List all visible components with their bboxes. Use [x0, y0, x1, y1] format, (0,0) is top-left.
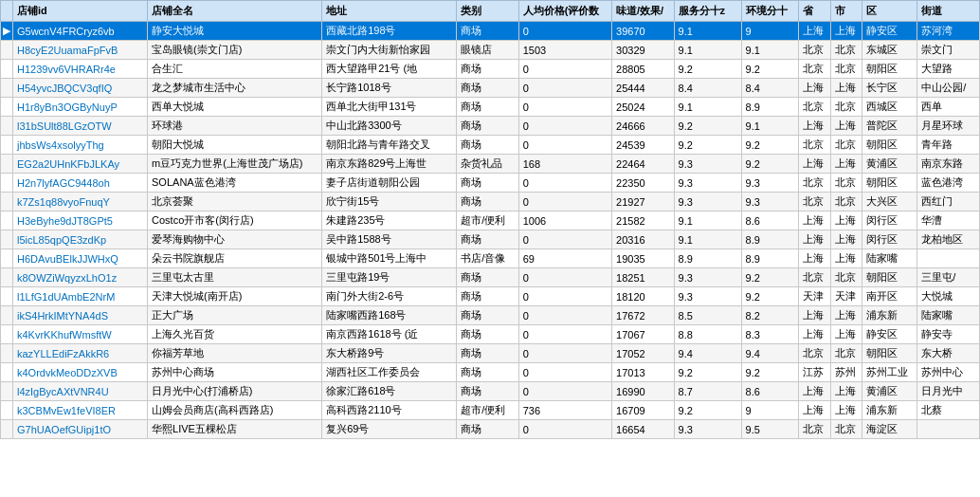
row-arrow [1, 306, 13, 325]
table-row[interactable]: H8cyE2UuamaFpFvB宝岛眼镜(崇文门店)崇文门内大街新怡家园眼镜店1… [1, 41, 980, 60]
cell-street: 南京东路 [917, 155, 980, 174]
cell-env: 9.3 [741, 174, 798, 193]
cell-id: H8cyE2UuamaFpFvB [13, 41, 148, 60]
cell-id: kazYLLEdiFzAkkR6 [13, 344, 148, 363]
table-row[interactable]: l1LfG1dUAmbE2NrM天津大悦城(南开店)南门外大街2-6号商场018… [1, 287, 980, 306]
table-row[interactable]: kazYLLEdiFzAkkR6你福芳草地东大桥路9号商场0170529.49.… [1, 344, 980, 363]
table-row[interactable]: H1r8yBn3OGByNuyP西单大悦城西单北大街甲131号商场0250249… [1, 98, 980, 117]
cell-taste: 16709 [612, 401, 675, 420]
cell-district: 浦东新 [862, 401, 917, 420]
cell-taste: 17672 [612, 306, 675, 325]
table-row[interactable]: l4zIgBycAXtVNR4U日月光中心(打浦桥店)徐家汇路618号商场016… [1, 382, 980, 401]
cell-province: 北京 [798, 420, 830, 439]
cell-avg-price: 0 [518, 306, 611, 325]
row-arrow [1, 174, 13, 193]
cell-city: 上海 [830, 22, 862, 41]
col-header-id[interactable]: 店铺id [13, 1, 148, 22]
cell-full-name: 正大广场 [148, 306, 322, 325]
table-row[interactable]: H3eByhe9dJT8GPt5Costco开市客(闵行店)朱建路235号超市/… [1, 212, 980, 230]
cell-full-name: 天津大悦城(南开店) [148, 287, 322, 306]
cell-taste: 17013 [612, 363, 675, 382]
col-header-full-name[interactable]: 店铺全名 [148, 1, 322, 22]
cell-district: 朝阳区 [862, 268, 917, 287]
cell-category: 商场 [457, 79, 519, 98]
cell-taste: 25024 [612, 98, 675, 117]
cell-city: 北京 [830, 41, 862, 60]
cell-env: 9.1 [741, 41, 798, 60]
row-arrow [1, 249, 13, 268]
cell-env: 9.5 [741, 420, 798, 439]
row-arrow [1, 420, 13, 439]
table-row[interactable]: G7hUAOefGUipj1tO华熙LIVE五棵松店复兴69号商场0166549… [1, 420, 980, 439]
cell-env: 8.9 [741, 249, 798, 268]
cell-address: 复兴69号 [322, 420, 457, 439]
table-row[interactable]: jhbsWs4xsolyyThg朝阳大悦城朝阳北路与青年路交叉商场0245399… [1, 136, 980, 155]
cell-city: 北京 [830, 174, 862, 193]
cell-province: 上海 [798, 155, 830, 174]
cell-taste: 24539 [612, 136, 675, 155]
cell-env: 8.6 [741, 212, 798, 230]
cell-taste: 28805 [612, 60, 675, 79]
cell-avg-price: 0 [518, 136, 611, 155]
cell-address: 欣宁街15号 [322, 193, 457, 212]
table-row[interactable]: k7Zs1q88vyoFnuqY北京荟聚欣宁街15号商场0219279.39.3… [1, 193, 980, 212]
table-row[interactable]: H2n7lyfAGC9448ohSOLANA蓝色港湾妻子店街道朝阳公园商场022… [1, 174, 980, 193]
table-row[interactable]: k3CBMvEw1feVI8ER山姆会员商店(高科西路店)高科西路2110号超市… [1, 401, 980, 420]
row-arrow [1, 212, 13, 230]
table-row[interactable]: EG2a2UHnKFbJLKAym豆巧克力世界(上海世茂广场店)南京东路829号… [1, 155, 980, 174]
col-header-district[interactable]: 区 [862, 1, 917, 22]
cell-avg-price: 168 [518, 155, 611, 174]
cell-district: 苏州工业 [862, 363, 917, 382]
cell-province: 北京 [798, 193, 830, 212]
col-header-avg-price[interactable]: 人均价格(评价数 [518, 1, 611, 22]
col-header-service[interactable]: 服务分十z [674, 1, 741, 22]
cell-street: 静安寺 [917, 325, 980, 344]
cell-district: 朝阳区 [862, 174, 917, 193]
table-row[interactable]: l5icL85qpQE3zdKp爱琴海购物中心吴中路1588号商场0203169… [1, 230, 980, 249]
col-header-city[interactable]: 市 [830, 1, 862, 22]
cell-street: 日月光中 [917, 382, 980, 401]
cell-district: 朝阳区 [862, 60, 917, 79]
table-row[interactable]: H1239vv6VHRARr4e合生汇西大望路甲21号 (地商场0288059.… [1, 60, 980, 79]
table-row[interactable]: k4KvrKKhufWmsftW上海久光百货南京西路1618号 (近商场0170… [1, 325, 980, 344]
cell-id: k8OWZiWqyzxLhO1z [13, 268, 148, 287]
table-row[interactable]: H54yvcJBQCV3qfIQ龙之梦城市生活中心长宁路1018号商场02544… [1, 79, 980, 98]
cell-address: 徐家汇路618号 [322, 382, 457, 401]
cell-avg-price: 1006 [518, 212, 611, 230]
table-header-row: 店铺id 店铺全名 地址 类别 人均价格(评价数 味道/效果/ 服务分十z 环境… [1, 1, 980, 22]
cell-id: G7hUAOefGUipj1tO [13, 420, 148, 439]
cell-city: 北京 [830, 268, 862, 287]
row-arrow [1, 136, 13, 155]
cell-env: 9.2 [741, 155, 798, 174]
table-row[interactable]: k4OrdvkMeoDDzXVB苏州中心商场湖西社区工作委员会商场0170139… [1, 363, 980, 382]
cell-full-name: 北京荟聚 [148, 193, 322, 212]
col-header-province[interactable]: 省 [798, 1, 830, 22]
cell-full-name: 上海久光百货 [148, 325, 322, 344]
cell-address: 朝阳北路与青年路交叉 [322, 136, 457, 155]
cell-address: 东大桥路9号 [322, 344, 457, 363]
cell-street: 苏河湾 [917, 22, 980, 41]
col-header-env[interactable]: 环境分十 [741, 1, 798, 22]
col-header-category[interactable]: 类别 [457, 1, 519, 22]
table-row[interactable]: ikS4HrkIMtYNA4dS正大广场陆家嘴西路168号商场0176728.5… [1, 306, 980, 325]
table-row[interactable]: ▶G5wcnV4FRCryz6vb静安大悦城西藏北路198号商场0396709.… [1, 22, 980, 41]
cell-avg-price: 0 [518, 117, 611, 136]
cell-address: 长宁路1018号 [322, 79, 457, 98]
col-header-taste[interactable]: 味道/效果/ [612, 1, 675, 22]
table-row[interactable]: l31bSUlt88LGzOTW环球港中山北路3300号商场0246669.29… [1, 117, 980, 136]
row-arrow [1, 363, 13, 382]
cell-service: 9.4 [674, 344, 741, 363]
col-header-street[interactable]: 街道 [917, 1, 980, 22]
table-row[interactable]: H6DAvuBElkJJWHxQ朵云书院旗舰店银城中路501号上海中书店/音像6… [1, 249, 980, 268]
row-arrow [1, 230, 13, 249]
col-header-address[interactable]: 地址 [322, 1, 457, 22]
cell-id: l1LfG1dUAmbE2NrM [13, 287, 148, 306]
table-row[interactable]: k8OWZiWqyzxLhO1z三里屯太古里三里屯路19号商场0182519.3… [1, 268, 980, 287]
cell-taste: 24666 [612, 117, 675, 136]
cell-service: 9.1 [674, 212, 741, 230]
cell-street: 华漕 [917, 212, 980, 230]
cell-district: 南开区 [862, 287, 917, 306]
cell-full-name: SOLANA蓝色港湾 [148, 174, 322, 193]
cell-district: 长宁区 [862, 79, 917, 98]
cell-taste: 22464 [612, 155, 675, 174]
